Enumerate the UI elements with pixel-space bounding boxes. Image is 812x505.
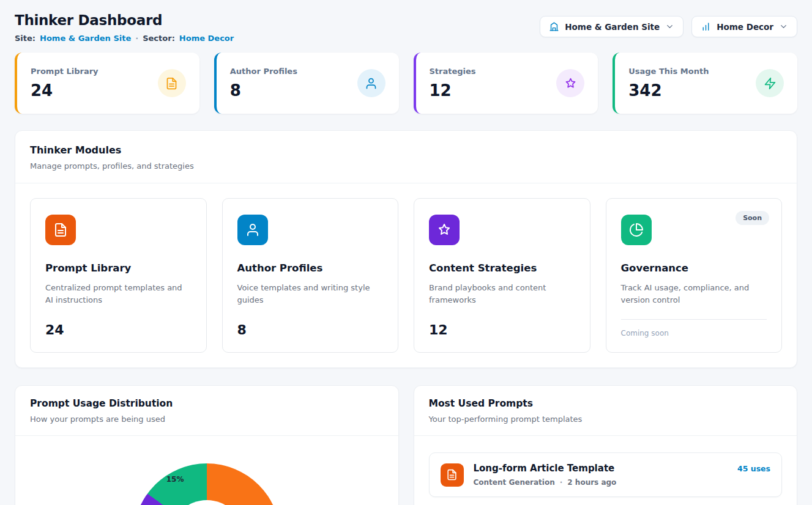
usage-panel-subtitle: How your prompts are being used	[30, 415, 384, 424]
most-used-prompts-panel: Most Used Prompts Your top-performing pr…	[414, 385, 798, 505]
module-title: Author Profiles	[237, 262, 384, 274]
pie-chart-icon	[621, 215, 652, 245]
user-icon	[357, 69, 386, 97]
prompt-timestamp: 2 hours ago	[567, 478, 616, 487]
bar-chart-icon	[701, 21, 711, 32]
header-selectors: Home & Garden Site Home Decor	[540, 16, 797, 37]
chevron-down-icon	[665, 22, 674, 31]
module-card-content-strategies[interactable]: Content Strategies Brand playbooks and c…	[414, 198, 590, 353]
sparkles-icon	[429, 215, 460, 245]
module-title: Governance	[621, 262, 767, 274]
sector-label: Sector:	[143, 34, 175, 43]
prompt-item-meta: Content Generation · 2 hours ago	[474, 478, 728, 487]
donut-chart: 15%	[133, 463, 280, 505]
module-title: Content Strategies	[429, 262, 575, 274]
prompt-item-text: Long-form Article Template Content Gener…	[474, 463, 728, 487]
coming-soon-label: Coming soon	[621, 319, 767, 337]
modules-header: Thinker Modules Manage prompts, profiles…	[15, 131, 797, 183]
stat-text: Strategies 12	[430, 67, 476, 100]
sector-selector-value: Home Decor	[717, 22, 773, 32]
page-header: Thinker Dashboard Site: Home & Garden Si…	[15, 12, 797, 43]
module-card-author-profiles[interactable]: Author Profiles Voice templates and writ…	[222, 198, 399, 353]
bottom-row: Prompt Usage Distribution How your promp…	[15, 385, 797, 505]
modules-grid: Prompt Library Centralized prompt templa…	[15, 183, 797, 367]
donut-chart-area: 15%	[15, 436, 398, 505]
site-link[interactable]: Home & Garden Site	[40, 34, 131, 43]
document-icon	[45, 215, 76, 245]
stat-card-strategies: Strategies 12	[414, 53, 598, 114]
stat-label: Author Profiles	[230, 67, 297, 76]
usage-distribution-panel: Prompt Usage Distribution How your promp…	[15, 385, 399, 505]
stat-text: Author Profiles 8	[230, 67, 297, 100]
usage-panel-title: Prompt Usage Distribution	[30, 398, 384, 409]
prompt-item-title: Long-form Article Template	[474, 463, 728, 474]
prompt-uses-badge: 45 uses	[737, 464, 770, 473]
header-titles: Thinker Dashboard Site: Home & Garden Si…	[15, 12, 234, 43]
module-title: Prompt Library	[45, 262, 192, 274]
zap-icon	[756, 69, 784, 97]
document-icon	[158, 69, 186, 97]
stat-card-usage: Usage This Month 342	[613, 53, 797, 114]
chevron-down-icon	[779, 22, 788, 31]
stat-text: Usage This Month 342	[628, 67, 709, 100]
module-count: 8	[237, 322, 384, 337]
sparkles-icon	[556, 69, 584, 97]
prompts-panel-subtitle: Your top-performing prompt templates	[429, 415, 783, 424]
separator-dot: ·	[135, 34, 138, 43]
stat-label: Usage This Month	[628, 67, 709, 76]
stat-text: Prompt Library 24	[31, 67, 99, 100]
module-description: Voice templates and writing style guides	[237, 282, 384, 306]
site-label: Site:	[15, 34, 35, 43]
stat-value: 12	[430, 81, 476, 100]
prompt-list-item[interactable]: Long-form Article Template Content Gener…	[429, 452, 783, 497]
user-icon	[237, 215, 268, 245]
soon-badge: Soon	[736, 211, 769, 225]
separator-dot: ·	[560, 478, 563, 487]
modules-title: Thinker Modules	[30, 144, 782, 156]
module-card-governance[interactable]: Soon Governance Track AI usage, complian…	[606, 198, 783, 353]
stat-label: Strategies	[430, 67, 476, 76]
breadcrumb: Site: Home & Garden Site · Sector: Home …	[15, 34, 234, 43]
page-title: Thinker Dashboard	[15, 12, 234, 28]
site-selector-value: Home & Garden Site	[565, 22, 660, 32]
donut-slice-label: 15%	[166, 475, 184, 484]
stat-card-author-profiles: Author Profiles 8	[214, 53, 399, 114]
site-selector-dropdown[interactable]: Home & Garden Site	[540, 16, 683, 37]
sector-selector-dropdown[interactable]: Home Decor	[691, 16, 797, 37]
module-description: Brand playbooks and content frameworks	[429, 282, 575, 306]
stat-label: Prompt Library	[31, 67, 99, 76]
prompts-panel-header: Most Used Prompts Your top-performing pr…	[414, 386, 797, 436]
thinker-modules-section: Thinker Modules Manage prompts, profiles…	[15, 130, 797, 368]
stat-value: 8	[230, 81, 297, 100]
dashboard-page: Thinker Dashboard Site: Home & Garden Si…	[0, 0, 812, 505]
module-count: 12	[429, 322, 575, 337]
sector-link[interactable]: Home Decor	[179, 34, 234, 43]
module-description: Centralized prompt templates and AI inst…	[45, 282, 192, 306]
stat-value: 342	[628, 81, 709, 100]
modules-subtitle: Manage prompts, profiles, and strategies	[30, 161, 782, 171]
usage-panel-header: Prompt Usage Distribution How your promp…	[15, 386, 398, 436]
module-count: 24	[45, 322, 192, 337]
building-icon	[549, 21, 559, 32]
prompts-panel-title: Most Used Prompts	[429, 398, 783, 409]
prompt-category: Content Generation	[474, 478, 555, 487]
stat-value: 24	[31, 81, 99, 100]
stat-card-prompt-library: Prompt Library 24	[15, 53, 199, 114]
module-card-prompt-library[interactable]: Prompt Library Centralized prompt templa…	[30, 198, 207, 353]
module-description: Track AI usage, compliance, and version …	[621, 282, 767, 306]
stats-row: Prompt Library 24 Author Profiles 8 Stra…	[15, 53, 797, 114]
document-icon	[441, 463, 464, 487]
